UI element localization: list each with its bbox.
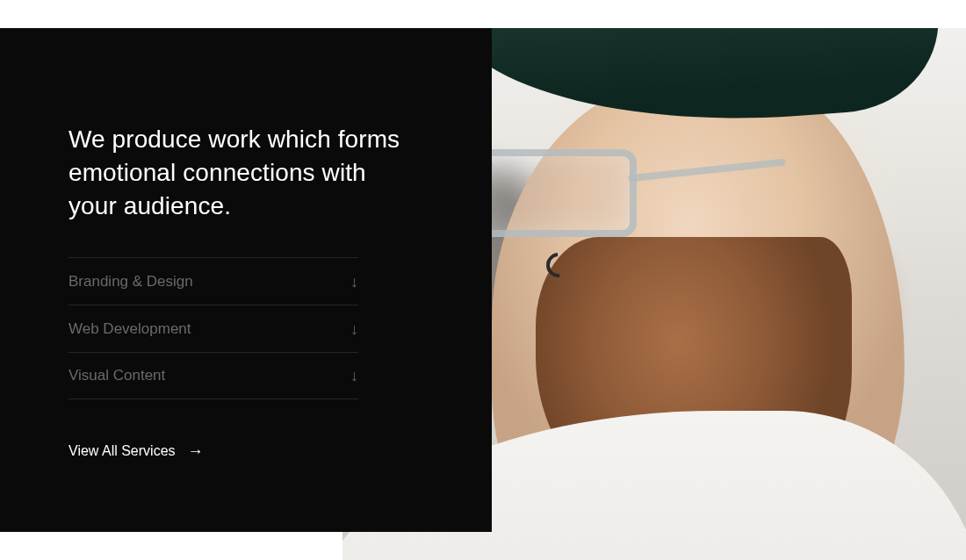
page-root: We produce work which forms emotional co…: [0, 0, 966, 560]
view-all-services-link[interactable]: View All Services →: [68, 443, 204, 459]
top-white-strip: [0, 0, 966, 28]
services-card: We produce work which forms emotional co…: [0, 28, 492, 532]
services-accordion: Branding & Design ↓ Web Development ↓ Vi…: [68, 257, 358, 399]
accordion-item-visual-content[interactable]: Visual Content ↓: [68, 352, 358, 399]
arrow-down-icon: ↓: [350, 274, 358, 290]
arrow-down-icon: ↓: [350, 321, 358, 337]
view-all-services-label: View All Services: [68, 443, 176, 459]
photo-glasses: [479, 149, 663, 246]
arrow-down-icon: ↓: [350, 368, 358, 384]
arrow-right-icon: →: [188, 443, 204, 459]
accordion-item-label: Branding & Design: [68, 273, 193, 291]
accordion-item-label: Web Development: [68, 320, 191, 338]
accordion-item-branding-design[interactable]: Branding & Design ↓: [68, 257, 358, 305]
hero-heading: We produce work which forms emotional co…: [68, 123, 402, 222]
accordion-item-label: Visual Content: [68, 367, 165, 384]
accordion-item-web-development[interactable]: Web Development ↓: [68, 305, 358, 352]
photo-glasses-lens: [479, 149, 637, 237]
